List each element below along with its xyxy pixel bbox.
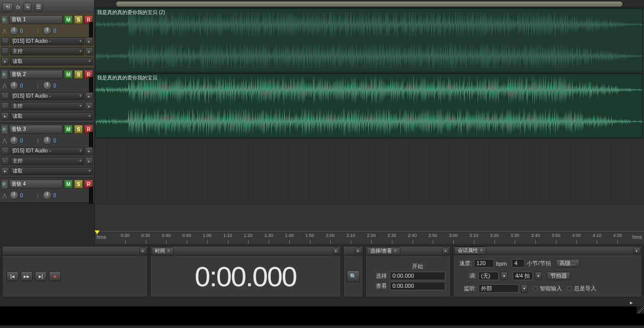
track-lanes[interactable]: 我是真的真的爱你我的宝贝 (2)我是真的真的爱你我的宝贝 [95, 8, 644, 231]
pan-knob[interactable] [43, 81, 52, 90]
output-select[interactable]: 主控▾ [10, 102, 84, 110]
env-icon[interactable]: ↳ [24, 3, 32, 12]
input-select[interactable]: [01S] IDT Audio -▾ [10, 92, 84, 100]
time-display[interactable]: 0:00.000 [152, 260, 339, 293]
input-select[interactable]: [01S] IDT Audio -▾ [10, 37, 84, 45]
tempo-field[interactable]: 120 [474, 259, 494, 268]
track-lane[interactable] [95, 139, 644, 204]
record-button[interactable]: ● [49, 271, 61, 281]
advanced-button[interactable]: 高级… [556, 259, 580, 268]
close-icon[interactable]: × [167, 248, 170, 255]
track-grip-icon[interactable]: ⊪ [1, 180, 8, 189]
audio-clip[interactable]: 我是真的真的爱你我的宝贝 [95, 73, 643, 138]
track-grip-icon[interactable]: ⊪ [1, 125, 8, 134]
playhead-icon[interactable] [95, 230, 100, 234]
automation-icon[interactable]: ▸ [1, 57, 9, 65]
monitor-field[interactable]: 外部 [478, 284, 519, 293]
output-icon[interactable]: ← [1, 47, 9, 55]
dock-menu-icon[interactable]: ▸ [633, 247, 640, 254]
send-icon[interactable]: ▸ [85, 47, 93, 55]
track-lane[interactable]: 我是真的真的爱你我的宝贝 (2) [95, 8, 644, 73]
close-icon[interactable]: × [394, 248, 397, 255]
send-icon[interactable]: ▸ [85, 157, 93, 165]
view-start-field[interactable]: 0:00.000 [390, 282, 445, 290]
input-select[interactable]: [01S] IDT Audio -▾ [10, 147, 84, 155]
audio-clip[interactable]: 我是真的真的爱你我的宝贝 (2) [95, 8, 643, 72]
mute-button[interactable]: M [64, 15, 73, 24]
output-select[interactable]: 主控▾ [10, 47, 84, 55]
volume-knob[interactable] [10, 26, 19, 35]
track-name-field[interactable]: 音轨 1 [9, 15, 63, 24]
resize-grip-icon[interactable] [637, 306, 644, 313]
pan-knob[interactable] [43, 136, 52, 145]
dropdown-icon[interactable]: ▾ [521, 284, 528, 293]
solo-button[interactable]: S [74, 15, 83, 24]
solo-button[interactable]: S [74, 180, 83, 189]
automation-select[interactable]: 读取▾ [10, 112, 93, 120]
dock-menu-icon[interactable]: ▸ [442, 248, 449, 255]
mute-button[interactable]: M [64, 70, 73, 79]
pan-knob[interactable] [43, 26, 52, 35]
track-header[interactable]: ⊪ 音轨 3 M S R ⋀ 0 ⦚ 0 →[01S] IDT Audio -▾… [0, 123, 94, 178]
output-select[interactable]: 主控▾ [10, 157, 84, 165]
cycle-icon[interactable]: ⟲ [2, 3, 13, 12]
input-icon[interactable]: → [1, 92, 9, 100]
pan-knob[interactable] [43, 191, 52, 200]
selection-tab[interactable]: 选择/查看× [367, 247, 400, 255]
mute-button[interactable]: M [64, 125, 73, 134]
track-grip-icon[interactable]: ⊪ [1, 70, 8, 79]
track-name-field[interactable]: 音轨 2 [9, 70, 63, 79]
horizontal-scrollbar[interactable] [95, 0, 644, 8]
timesig-field[interactable]: 4/4 拍 [513, 272, 533, 280]
input-icon[interactable]: → [1, 37, 9, 45]
track-header[interactable]: ⊪ 音轨 2 M S R ⋀ 0 ⦚ 0 →[01S] IDT Audio -▾… [0, 68, 94, 123]
dock-menu-icon[interactable]: ▸ [333, 248, 340, 255]
dropdown-icon[interactable]: ▾ [535, 272, 542, 280]
track-name-field[interactable]: 音轨 4 [9, 180, 63, 189]
automation-select[interactable]: 读取▾ [10, 167, 93, 175]
input-icon[interactable]: → [1, 147, 9, 155]
volume-knob[interactable] [10, 136, 19, 145]
time-dock: 时间× ▸ 0:00.000 [150, 246, 341, 297]
close-icon[interactable]: × [480, 247, 483, 254]
track-name-field[interactable]: 音轨 3 [9, 125, 63, 134]
output-icon[interactable]: ← [1, 157, 9, 165]
time-ruler[interactable]: hms hms 0:200:300:400:501:001:101:201:30… [95, 231, 644, 244]
session-tab[interactable]: 会话属性× [454, 247, 487, 255]
dock-menu-icon[interactable]: ▸ [139, 248, 146, 255]
monitor-icon[interactable]: ▸ [85, 92, 93, 100]
track-grip-icon[interactable]: ⊪ [1, 15, 8, 24]
zoom-tool-icon[interactable]: 🔍 [347, 270, 360, 282]
metronome-button[interactable]: 节拍器 [547, 272, 571, 280]
send-icon[interactable]: ▸ [85, 102, 93, 110]
track-lane[interactable]: 我是真的真的爱你我的宝贝 [95, 73, 644, 139]
solo-button[interactable]: S [74, 125, 83, 134]
automation-icon[interactable]: ▸ [1, 112, 9, 120]
key-field[interactable]: (无) [478, 272, 499, 280]
smart-input-radio[interactable] [533, 286, 538, 291]
always-import-radio[interactable] [567, 286, 572, 291]
bars-icon[interactable]: ☰ [35, 3, 43, 12]
automation-icon[interactable]: ▸ [1, 167, 9, 175]
goto-start-button[interactable]: |◂ [7, 271, 19, 281]
fx-label[interactable]: fx [16, 4, 21, 10]
beats-field[interactable]: 4 [512, 259, 525, 268]
mute-button[interactable]: M [64, 180, 73, 189]
monitor-icon[interactable]: ▸ [85, 37, 93, 45]
monitor-icon[interactable]: ▸ [85, 147, 93, 155]
solo-button[interactable]: S [74, 70, 83, 79]
automation-select[interactable]: 读取▾ [10, 57, 93, 65]
dropdown-icon[interactable]: ▾ [501, 272, 508, 280]
goto-end-button[interactable]: ▸| [35, 271, 47, 281]
volume-value: 0 [20, 83, 27, 89]
select-start-field[interactable]: 0:00.000 [390, 272, 445, 280]
dock-menu-icon[interactable]: ▸ [630, 299, 637, 306]
time-tab[interactable]: 时间× [151, 247, 174, 255]
track-header[interactable]: ⊪ 音轨 1 M S R ⋀ 0 ⦚ 0 →[01S] IDT Audio -▾… [0, 14, 94, 68]
volume-knob[interactable] [10, 191, 19, 200]
dock-menu-icon[interactable]: ▸ [355, 248, 362, 255]
volume-knob[interactable] [10, 81, 19, 90]
track-header[interactable]: ⊪ 音轨 4 M S R ⋀ 0 ⦚ 0 [0, 178, 94, 203]
play-button[interactable]: ▸▸ [21, 271, 33, 281]
output-icon[interactable]: ← [1, 102, 9, 110]
